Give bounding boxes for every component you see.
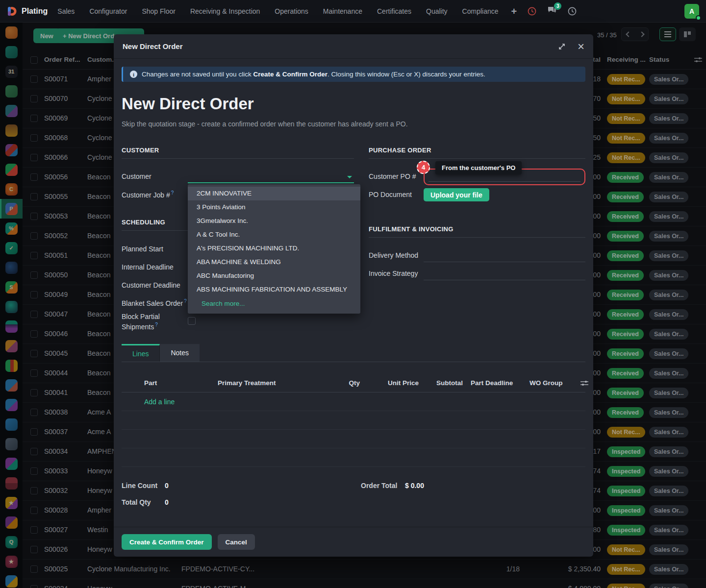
messages-count-badge: 3 bbox=[554, 2, 561, 10]
history-clock-icon[interactable] bbox=[568, 7, 577, 16]
dropdown-option[interactable]: 3Gmetalworx Inc. bbox=[188, 214, 360, 228]
dropdown-option[interactable]: 3 Points Aviation bbox=[188, 200, 360, 214]
plus-icon[interactable]: + bbox=[511, 6, 517, 16]
expand-icon[interactable] bbox=[558, 43, 566, 50]
section-fulfilment: FULFILMENT & INVOICING bbox=[369, 225, 585, 238]
user-avatar[interactable]: A bbox=[684, 4, 699, 19]
lines-col[interactable]: Qty bbox=[326, 379, 360, 387]
nav-item[interactable]: Configurator bbox=[89, 7, 127, 15]
dropdown-option[interactable]: ABS MACHINING FABRICATION AND ASSEMBLY bbox=[188, 283, 360, 296]
section-customer: CUSTOMER bbox=[122, 147, 354, 159]
dropdown-option[interactable]: ABA MACHINE & WELDING bbox=[188, 255, 360, 269]
dropdown-option[interactable]: 2CM INNOVATIVE bbox=[188, 187, 360, 200]
messages-icon[interactable]: 3 bbox=[547, 6, 557, 16]
avatar-initial: A bbox=[689, 7, 694, 15]
dropdown-search-more[interactable]: Search more... bbox=[188, 296, 360, 311]
online-status-dot bbox=[696, 15, 701, 21]
dropdown-option[interactable]: A & C Tool Inc. bbox=[188, 228, 360, 242]
customer-po-input[interactable]: 4 From the customer's PO bbox=[424, 169, 585, 185]
add-a-line-link[interactable]: Add a line bbox=[122, 392, 585, 411]
lines-col[interactable]: Part bbox=[144, 379, 218, 387]
po-tooltip: From the customer's PO bbox=[435, 161, 522, 174]
dropdown-option[interactable]: ABC Manufactoring bbox=[188, 269, 360, 283]
empty-line-row bbox=[122, 448, 585, 467]
activities-clock-icon[interactable] bbox=[528, 7, 536, 16]
nav-item[interactable]: Quality bbox=[426, 7, 448, 15]
customer-job-label: Customer Job #? bbox=[122, 190, 188, 200]
fulfilment-field-label: Delivery Method bbox=[369, 251, 424, 260]
nav-item[interactable]: Receiving & Inspection bbox=[190, 7, 260, 15]
info-icon: i bbox=[130, 71, 137, 78]
tab-notes[interactable]: Notes bbox=[160, 344, 200, 362]
block-partial-label: Block Partial Shipments? bbox=[122, 312, 188, 331]
modal-footer: Create & Confirm Order Cancel bbox=[114, 527, 593, 557]
line-count-value: 0 bbox=[165, 482, 169, 490]
cancel-button[interactable]: Cancel bbox=[218, 534, 255, 550]
create-confirm-order-button[interactable]: Create & Confirm Order bbox=[122, 534, 212, 550]
modal-body: i Changes are not saved until you click … bbox=[114, 59, 593, 527]
plating-logo-icon bbox=[6, 5, 18, 17]
fulfilment-field-input[interactable] bbox=[424, 268, 585, 280]
lines-col[interactable]: Primary Treatment bbox=[218, 379, 326, 387]
fulfilment-field-label: Invoice Strategy bbox=[369, 269, 424, 278]
block-partial-checkbox[interactable] bbox=[188, 317, 196, 325]
nav-item[interactable]: Maintenance bbox=[323, 7, 362, 15]
app-title: Plating bbox=[22, 7, 48, 16]
top-bar: Plating SalesConfiguratorShop FloorRecei… bbox=[0, 0, 706, 23]
nav-item[interactable]: Sales bbox=[57, 7, 75, 15]
nav-item[interactable]: Certificates bbox=[377, 7, 411, 15]
total-qty-value: 0 bbox=[165, 498, 169, 506]
line-count-label: Line Count bbox=[122, 482, 165, 490]
order-total-label: Order Total bbox=[361, 482, 405, 490]
new-direct-order-modal: New Direct Order × i Changes are not sav… bbox=[114, 34, 593, 557]
tab-lines[interactable]: Lines bbox=[122, 344, 160, 362]
app-logo[interactable]: Plating bbox=[0, 5, 57, 17]
order-total-value: $ 0.00 bbox=[405, 482, 424, 490]
nav-item[interactable]: Shop Floor bbox=[142, 7, 175, 15]
empty-line-row bbox=[122, 430, 585, 448]
onboarding-step-badge: 4 bbox=[417, 161, 430, 174]
page-title: New Direct Order bbox=[122, 95, 585, 113]
lines-col[interactable]: WO Group bbox=[522, 379, 580, 387]
po-input-underline bbox=[429, 181, 580, 182]
lines-notes-tabs: Lines Notes bbox=[122, 344, 585, 362]
section-purchase-order: PURCHASE ORDER bbox=[369, 147, 585, 159]
scheduling-field-label: Customer Deadline bbox=[122, 280, 188, 290]
help-icon[interactable]: ? bbox=[171, 190, 174, 196]
main-nav: SalesConfiguratorShop FloorReceiving & I… bbox=[57, 7, 498, 15]
dropdown-option[interactable]: A's PRECISION MACHINING LTD. bbox=[188, 242, 360, 255]
customer-po-label: Customer PO # bbox=[369, 172, 424, 181]
order-lines-table: Part Primary Treatment Qty Unit Price Su… bbox=[122, 374, 585, 467]
chevron-down-icon bbox=[347, 176, 352, 181]
page-subtitle: Skip the quotation stage - create a conf… bbox=[122, 120, 585, 128]
modal-title: New Direct Order bbox=[123, 42, 558, 50]
total-qty-label: Total Qty bbox=[122, 498, 165, 506]
close-icon[interactable]: × bbox=[578, 41, 584, 52]
customer-label: Customer bbox=[122, 172, 188, 181]
unsaved-changes-banner: i Changes are not saved until you click … bbox=[122, 67, 585, 82]
upload-file-button[interactable]: Upload your file bbox=[424, 188, 489, 201]
customer-select[interactable]: 2CM INNOVATIVE3 Points Aviation3Gmetalwo… bbox=[188, 171, 354, 183]
line-columns-settings-icon[interactable] bbox=[580, 380, 588, 387]
nav-item[interactable]: Compliance bbox=[462, 7, 499, 15]
lines-col[interactable]: Part Deadline bbox=[463, 379, 522, 387]
customer-dropdown: 2CM INNOVATIVE3 Points Aviation3Gmetalwo… bbox=[188, 184, 360, 314]
po-document-label: PO Document bbox=[369, 190, 424, 199]
help-icon[interactable]: ? bbox=[155, 322, 158, 327]
modal-header: New Direct Order × bbox=[114, 34, 593, 59]
lines-col[interactable]: Subtotal bbox=[419, 379, 463, 387]
empty-line-row bbox=[122, 411, 585, 430]
scheduling-field-label: Blanket Sales Order? bbox=[122, 298, 188, 308]
scheduling-field-label: Planned Start bbox=[122, 244, 188, 254]
order-totals: Line Count0 Total Qty0 Order Total$ 0.00 bbox=[122, 482, 585, 515]
scheduling-field-label: Internal Deadline bbox=[122, 262, 188, 272]
lines-col[interactable]: Unit Price bbox=[360, 379, 419, 387]
fulfilment-field-input[interactable] bbox=[424, 249, 585, 262]
banner-text: Changes are not saved until you click Cr… bbox=[142, 71, 485, 78]
help-icon: ? bbox=[184, 298, 187, 304]
lines-header-row: Part Primary Treatment Qty Unit Price Su… bbox=[122, 374, 585, 392]
nav-item[interactable]: Operations bbox=[275, 7, 308, 15]
